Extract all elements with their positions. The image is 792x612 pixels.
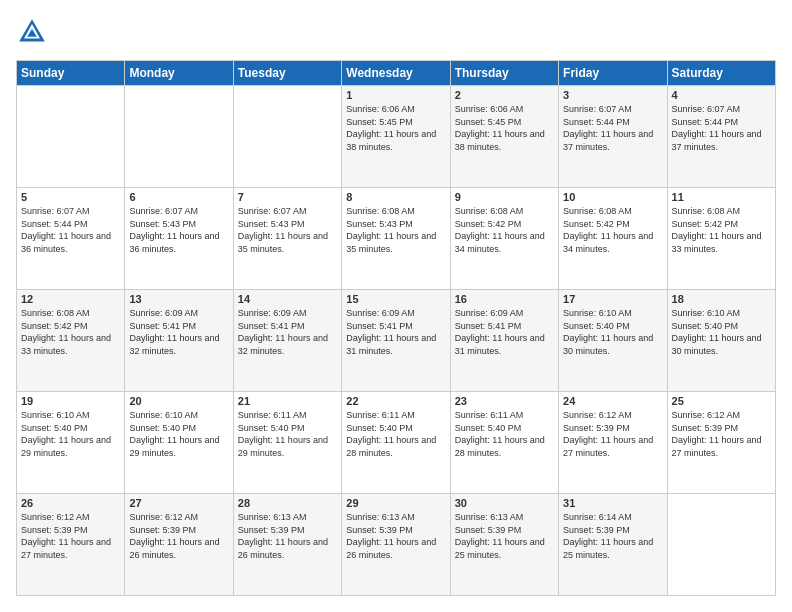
calendar-cell: 31Sunrise: 6:14 AMSunset: 5:39 PMDayligh… xyxy=(559,494,667,596)
calendar-cell: 18Sunrise: 6:10 AMSunset: 5:40 PMDayligh… xyxy=(667,290,775,392)
calendar-cell xyxy=(667,494,775,596)
day-number: 9 xyxy=(455,191,554,203)
calendar-cell: 23Sunrise: 6:11 AMSunset: 5:40 PMDayligh… xyxy=(450,392,558,494)
day-info: Sunrise: 6:10 AMSunset: 5:40 PMDaylight:… xyxy=(672,307,771,357)
calendar-cell: 14Sunrise: 6:09 AMSunset: 5:41 PMDayligh… xyxy=(233,290,341,392)
day-number: 18 xyxy=(672,293,771,305)
day-number: 19 xyxy=(21,395,120,407)
calendar-cell: 11Sunrise: 6:08 AMSunset: 5:42 PMDayligh… xyxy=(667,188,775,290)
day-number: 10 xyxy=(563,191,662,203)
day-number: 13 xyxy=(129,293,228,305)
day-info: Sunrise: 6:06 AMSunset: 5:45 PMDaylight:… xyxy=(455,103,554,153)
day-number: 27 xyxy=(129,497,228,509)
day-number: 23 xyxy=(455,395,554,407)
day-info: Sunrise: 6:12 AMSunset: 5:39 PMDaylight:… xyxy=(563,409,662,459)
day-info: Sunrise: 6:08 AMSunset: 5:43 PMDaylight:… xyxy=(346,205,445,255)
calendar-week-2: 5Sunrise: 6:07 AMSunset: 5:44 PMDaylight… xyxy=(17,188,776,290)
day-info: Sunrise: 6:10 AMSunset: 5:40 PMDaylight:… xyxy=(21,409,120,459)
day-number: 16 xyxy=(455,293,554,305)
page-header xyxy=(16,16,776,48)
day-info: Sunrise: 6:09 AMSunset: 5:41 PMDaylight:… xyxy=(238,307,337,357)
day-info: Sunrise: 6:13 AMSunset: 5:39 PMDaylight:… xyxy=(455,511,554,561)
day-number: 14 xyxy=(238,293,337,305)
calendar-cell: 25Sunrise: 6:12 AMSunset: 5:39 PMDayligh… xyxy=(667,392,775,494)
calendar-header-friday: Friday xyxy=(559,61,667,86)
day-info: Sunrise: 6:10 AMSunset: 5:40 PMDaylight:… xyxy=(129,409,228,459)
calendar-cell: 7Sunrise: 6:07 AMSunset: 5:43 PMDaylight… xyxy=(233,188,341,290)
calendar-cell: 20Sunrise: 6:10 AMSunset: 5:40 PMDayligh… xyxy=(125,392,233,494)
calendar-cell: 4Sunrise: 6:07 AMSunset: 5:44 PMDaylight… xyxy=(667,86,775,188)
day-number: 30 xyxy=(455,497,554,509)
calendar-cell: 12Sunrise: 6:08 AMSunset: 5:42 PMDayligh… xyxy=(17,290,125,392)
day-info: Sunrise: 6:07 AMSunset: 5:43 PMDaylight:… xyxy=(238,205,337,255)
calendar-cell: 27Sunrise: 6:12 AMSunset: 5:39 PMDayligh… xyxy=(125,494,233,596)
calendar-cell: 29Sunrise: 6:13 AMSunset: 5:39 PMDayligh… xyxy=(342,494,450,596)
day-info: Sunrise: 6:11 AMSunset: 5:40 PMDaylight:… xyxy=(346,409,445,459)
day-number: 31 xyxy=(563,497,662,509)
calendar-week-3: 12Sunrise: 6:08 AMSunset: 5:42 PMDayligh… xyxy=(17,290,776,392)
logo xyxy=(16,16,52,48)
day-number: 26 xyxy=(21,497,120,509)
day-number: 12 xyxy=(21,293,120,305)
calendar-table: SundayMondayTuesdayWednesdayThursdayFrid… xyxy=(16,60,776,596)
day-number: 25 xyxy=(672,395,771,407)
day-info: Sunrise: 6:12 AMSunset: 5:39 PMDaylight:… xyxy=(21,511,120,561)
calendar-week-4: 19Sunrise: 6:10 AMSunset: 5:40 PMDayligh… xyxy=(17,392,776,494)
day-number: 20 xyxy=(129,395,228,407)
calendar-cell: 21Sunrise: 6:11 AMSunset: 5:40 PMDayligh… xyxy=(233,392,341,494)
calendar-cell: 3Sunrise: 6:07 AMSunset: 5:44 PMDaylight… xyxy=(559,86,667,188)
calendar-cell xyxy=(125,86,233,188)
day-number: 21 xyxy=(238,395,337,407)
day-number: 22 xyxy=(346,395,445,407)
day-info: Sunrise: 6:07 AMSunset: 5:44 PMDaylight:… xyxy=(563,103,662,153)
day-number: 1 xyxy=(346,89,445,101)
day-info: Sunrise: 6:07 AMSunset: 5:43 PMDaylight:… xyxy=(129,205,228,255)
day-info: Sunrise: 6:13 AMSunset: 5:39 PMDaylight:… xyxy=(238,511,337,561)
calendar-cell: 15Sunrise: 6:09 AMSunset: 5:41 PMDayligh… xyxy=(342,290,450,392)
calendar-header-row: SundayMondayTuesdayWednesdayThursdayFrid… xyxy=(17,61,776,86)
calendar-cell: 16Sunrise: 6:09 AMSunset: 5:41 PMDayligh… xyxy=(450,290,558,392)
day-info: Sunrise: 6:08 AMSunset: 5:42 PMDaylight:… xyxy=(672,205,771,255)
calendar-cell: 30Sunrise: 6:13 AMSunset: 5:39 PMDayligh… xyxy=(450,494,558,596)
logo-icon xyxy=(16,16,48,48)
calendar-cell: 22Sunrise: 6:11 AMSunset: 5:40 PMDayligh… xyxy=(342,392,450,494)
day-info: Sunrise: 6:11 AMSunset: 5:40 PMDaylight:… xyxy=(238,409,337,459)
calendar-header-saturday: Saturday xyxy=(667,61,775,86)
day-number: 24 xyxy=(563,395,662,407)
day-info: Sunrise: 6:09 AMSunset: 5:41 PMDaylight:… xyxy=(346,307,445,357)
day-info: Sunrise: 6:13 AMSunset: 5:39 PMDaylight:… xyxy=(346,511,445,561)
day-info: Sunrise: 6:07 AMSunset: 5:44 PMDaylight:… xyxy=(672,103,771,153)
day-info: Sunrise: 6:06 AMSunset: 5:45 PMDaylight:… xyxy=(346,103,445,153)
day-info: Sunrise: 6:10 AMSunset: 5:40 PMDaylight:… xyxy=(563,307,662,357)
calendar-header-tuesday: Tuesday xyxy=(233,61,341,86)
calendar-cell: 24Sunrise: 6:12 AMSunset: 5:39 PMDayligh… xyxy=(559,392,667,494)
day-number: 17 xyxy=(563,293,662,305)
calendar-cell: 13Sunrise: 6:09 AMSunset: 5:41 PMDayligh… xyxy=(125,290,233,392)
calendar-cell xyxy=(233,86,341,188)
calendar-cell: 8Sunrise: 6:08 AMSunset: 5:43 PMDaylight… xyxy=(342,188,450,290)
day-number: 29 xyxy=(346,497,445,509)
day-info: Sunrise: 6:08 AMSunset: 5:42 PMDaylight:… xyxy=(563,205,662,255)
day-number: 6 xyxy=(129,191,228,203)
day-info: Sunrise: 6:08 AMSunset: 5:42 PMDaylight:… xyxy=(21,307,120,357)
calendar-header-wednesday: Wednesday xyxy=(342,61,450,86)
day-number: 15 xyxy=(346,293,445,305)
calendar-cell: 10Sunrise: 6:08 AMSunset: 5:42 PMDayligh… xyxy=(559,188,667,290)
day-info: Sunrise: 6:07 AMSunset: 5:44 PMDaylight:… xyxy=(21,205,120,255)
calendar-cell: 17Sunrise: 6:10 AMSunset: 5:40 PMDayligh… xyxy=(559,290,667,392)
calendar-week-1: 1Sunrise: 6:06 AMSunset: 5:45 PMDaylight… xyxy=(17,86,776,188)
calendar-week-5: 26Sunrise: 6:12 AMSunset: 5:39 PMDayligh… xyxy=(17,494,776,596)
day-number: 4 xyxy=(672,89,771,101)
day-info: Sunrise: 6:12 AMSunset: 5:39 PMDaylight:… xyxy=(129,511,228,561)
day-number: 2 xyxy=(455,89,554,101)
day-number: 28 xyxy=(238,497,337,509)
day-number: 8 xyxy=(346,191,445,203)
calendar-cell: 19Sunrise: 6:10 AMSunset: 5:40 PMDayligh… xyxy=(17,392,125,494)
calendar-header-sunday: Sunday xyxy=(17,61,125,86)
day-number: 3 xyxy=(563,89,662,101)
day-info: Sunrise: 6:14 AMSunset: 5:39 PMDaylight:… xyxy=(563,511,662,561)
calendar-cell xyxy=(17,86,125,188)
day-info: Sunrise: 6:11 AMSunset: 5:40 PMDaylight:… xyxy=(455,409,554,459)
calendar-cell: 26Sunrise: 6:12 AMSunset: 5:39 PMDayligh… xyxy=(17,494,125,596)
calendar-cell: 2Sunrise: 6:06 AMSunset: 5:45 PMDaylight… xyxy=(450,86,558,188)
